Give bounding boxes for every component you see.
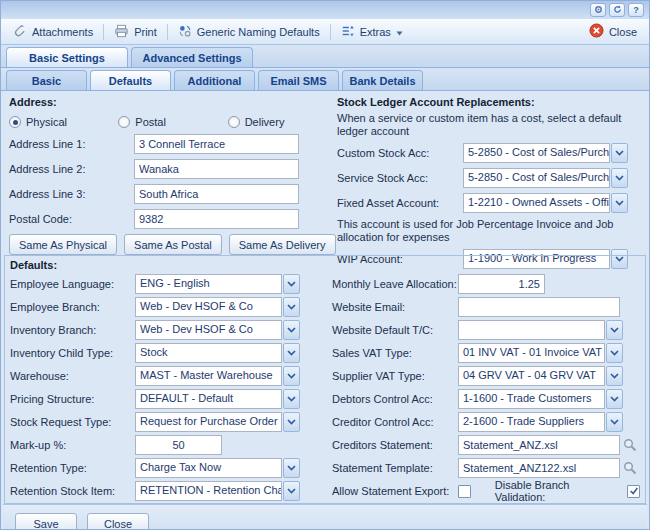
tab-advanced-settings[interactable]: Advanced Settings	[131, 47, 253, 67]
retention-type-combo[interactable]: Charge Tax Now	[135, 458, 300, 478]
close-toolbar-button[interactable]: Close	[582, 20, 644, 43]
address-line-1-input[interactable]	[134, 134, 299, 154]
inventory-child-type-value[interactable]: Stock	[135, 343, 282, 363]
inventory-branch-label: Inventory Branch:	[10, 324, 135, 336]
defaults-left-column: Employee Language: ENG - English Employe…	[10, 274, 332, 504]
fixed-asset-account-trigger[interactable]	[611, 193, 628, 213]
employee-language-trigger[interactable]	[283, 274, 300, 294]
creditors-statement-lookup-button[interactable]	[621, 436, 639, 454]
generic-naming-defaults-button[interactable]: Generic Naming Defaults	[171, 21, 327, 43]
pricing-structure-trigger[interactable]	[283, 389, 300, 409]
pricing-structure-value[interactable]: DEFAULT - Default	[135, 389, 282, 409]
refresh-button[interactable]	[609, 3, 625, 17]
magnifier-icon	[623, 438, 637, 452]
creditors-statement-input[interactable]	[458, 435, 620, 455]
monthly-leave-allocation-input[interactable]	[458, 274, 545, 294]
inventory-branch-combo[interactable]: Web - Dev HSOF & Co	[135, 320, 300, 340]
postal-code-input[interactable]	[134, 209, 299, 229]
sales-vat-type-trigger[interactable]	[606, 343, 623, 363]
warehouse-combo[interactable]: MAST - Master Warehouse	[135, 366, 300, 386]
same-as-postal-button[interactable]: Same As Postal	[124, 234, 222, 255]
address-line-3-input[interactable]	[134, 184, 299, 204]
tab-basic[interactable]: Basic	[6, 70, 87, 90]
website-default-tc-combo[interactable]	[458, 320, 623, 340]
creditors-statement-row: Creditors Statement:	[332, 435, 640, 455]
debtors-control-acc-row: Debtors Control Acc: 1-1600 - Trade Cust…	[332, 389, 640, 409]
fixed-asset-account-value[interactable]: 1-2210 - Owned Assets - Office Eq	[463, 193, 610, 213]
chevron-down-icon	[615, 150, 624, 156]
supplier-vat-type-value[interactable]: 04 GRV VAT - 04 GRV VAT	[458, 366, 605, 386]
debtors-control-acc-label: Debtors Control Acc:	[332, 393, 458, 405]
same-as-delivery-button[interactable]: Same As Delivery	[229, 234, 336, 255]
retention-stock-item-combo[interactable]: RETENTION - Retention Charge	[135, 481, 300, 501]
debtors-control-acc-value[interactable]: 1-1600 - Trade Customers	[458, 389, 605, 409]
creditor-control-acc-value[interactable]: 2-1600 - Trade Suppliers	[458, 412, 605, 432]
radio-physical[interactable]: Physical	[9, 116, 118, 128]
website-default-tc-value[interactable]	[458, 320, 605, 340]
retention-stock-item-trigger[interactable]	[283, 481, 300, 501]
save-button[interactable]: Save	[15, 513, 77, 530]
custom-stock-acc-combo[interactable]: 5-2850 - Cost of Sales/Purchases	[463, 143, 628, 163]
fixed-asset-account-combo[interactable]: 1-2210 - Owned Assets - Office Eq	[463, 193, 628, 213]
same-as-physical-button[interactable]: Same As Physical	[9, 234, 117, 255]
inventory-branch-value[interactable]: Web - Dev HSOF & Co	[135, 320, 282, 340]
sales-vat-type-value[interactable]: 01 INV VAT - 01 Invoice VAT	[458, 343, 605, 363]
retention-type-trigger[interactable]	[283, 458, 300, 478]
allow-statement-export-checkbox[interactable]	[458, 485, 471, 498]
stock-request-type-combo[interactable]: Request for Purchase Order	[135, 412, 300, 432]
help-button[interactable]: ?	[628, 3, 644, 17]
debtors-control-acc-trigger[interactable]	[606, 389, 623, 409]
markup-input[interactable]	[135, 435, 222, 455]
employee-branch-combo[interactable]: Web - Dev HSOF & Co	[135, 297, 300, 317]
stock-ledger-note-2: This account is used for Job Percentage …	[337, 218, 639, 244]
markup-label: Mark-up %:	[10, 439, 135, 451]
sales-vat-type-combo[interactable]: 01 INV VAT - 01 Invoice VAT	[458, 343, 623, 363]
stock-request-type-value[interactable]: Request for Purchase Order	[135, 412, 282, 432]
debtors-control-acc-combo[interactable]: 1-1600 - Trade Customers	[458, 389, 623, 409]
retention-type-value[interactable]: Charge Tax Now	[135, 458, 282, 478]
supplier-vat-type-trigger[interactable]	[606, 366, 623, 386]
statement-template-input[interactable]	[458, 458, 620, 478]
attachments-button[interactable]: Attachments	[6, 21, 100, 43]
disable-branch-validation-checkbox[interactable]	[627, 485, 640, 498]
stock-request-type-trigger[interactable]	[283, 412, 300, 432]
service-stock-acc-trigger[interactable]	[611, 168, 628, 188]
radio-postal-circle	[118, 116, 130, 128]
retention-stock-item-value[interactable]: RETENTION - Retention Charge	[135, 481, 282, 501]
tab-basic-settings[interactable]: Basic Settings	[6, 47, 128, 67]
employee-language-combo[interactable]: ENG - English	[135, 274, 300, 294]
supplier-vat-type-combo[interactable]: 04 GRV VAT - 04 GRV VAT	[458, 366, 623, 386]
service-stock-acc-combo[interactable]: 5-2850 - Cost of Sales/Purchases	[463, 168, 628, 188]
website-email-input[interactable]	[458, 297, 620, 317]
service-stock-acc-value[interactable]: 5-2850 - Cost of Sales/Purchases	[463, 168, 610, 188]
statement-template-lookup-button[interactable]	[621, 459, 639, 477]
custom-stock-acc-trigger[interactable]	[611, 143, 628, 163]
website-default-tc-trigger[interactable]	[606, 320, 623, 340]
radio-postal[interactable]: Postal	[118, 116, 227, 128]
warehouse-trigger[interactable]	[283, 366, 300, 386]
tab-defaults[interactable]: Defaults	[90, 70, 171, 90]
chevron-down-icon	[287, 419, 296, 425]
extras-menu-button[interactable]: Extras	[334, 21, 410, 43]
pricing-structure-combo[interactable]: DEFAULT - Default	[135, 389, 300, 409]
settings-gear-button[interactable]	[590, 3, 606, 17]
inventory-branch-trigger[interactable]	[283, 320, 300, 340]
employee-branch-trigger[interactable]	[283, 297, 300, 317]
employee-branch-label: Employee Branch:	[10, 301, 135, 313]
inventory-child-type-trigger[interactable]	[283, 343, 300, 363]
print-button[interactable]: Print	[107, 21, 164, 43]
statement-export-row: Allow Statement Export: Disable Branch V…	[332, 481, 640, 501]
tab-bank-details[interactable]: Bank Details	[342, 70, 423, 90]
custom-stock-acc-value[interactable]: 5-2850 - Cost of Sales/Purchases	[463, 143, 610, 163]
close-button[interactable]: Close	[87, 513, 149, 530]
address-line-2-input[interactable]	[134, 159, 299, 179]
inventory-child-type-combo[interactable]: Stock	[135, 343, 300, 363]
radio-delivery[interactable]: Delivery	[228, 116, 337, 128]
tab-email-sms[interactable]: Email SMS	[258, 70, 339, 90]
creditor-control-acc-trigger[interactable]	[606, 412, 623, 432]
tab-additional[interactable]: Additional	[174, 70, 255, 90]
employee-language-value[interactable]: ENG - English	[135, 274, 282, 294]
employee-branch-value[interactable]: Web - Dev HSOF & Co	[135, 297, 282, 317]
warehouse-value[interactable]: MAST - Master Warehouse	[135, 366, 282, 386]
creditor-control-acc-combo[interactable]: 2-1600 - Trade Suppliers	[458, 412, 623, 432]
